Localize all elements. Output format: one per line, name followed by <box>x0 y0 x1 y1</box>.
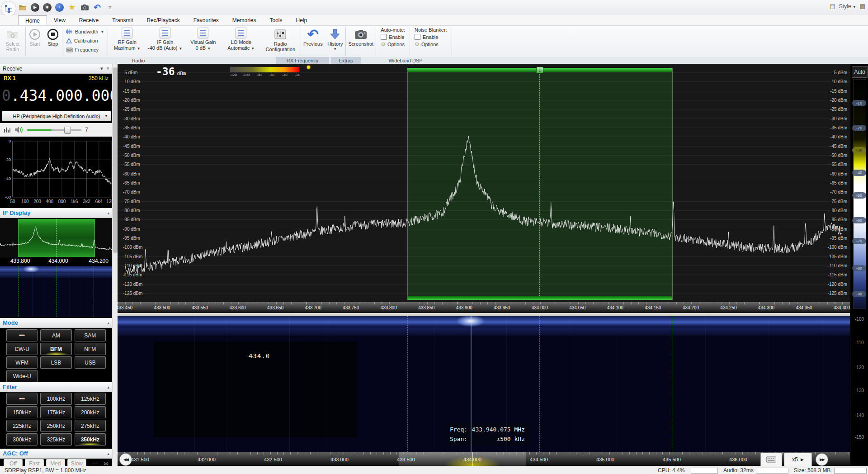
slider-handle[interactable] <box>64 127 71 134</box>
application-menu-button[interactable] <box>1 1 16 16</box>
menu-item-home[interactable]: Home <box>18 15 47 25</box>
filter-panel-header[interactable]: Filter▴ <box>0 382 112 392</box>
button-150khz[interactable]: 150kHz <box>6 406 38 418</box>
button-wfm[interactable]: WFM <box>6 356 38 369</box>
layout-icon[interactable]: ▤ <box>830 3 835 9</box>
menu-item-tools[interactable]: Tools <box>263 15 289 25</box>
auto-mute-options-button[interactable]: ⚙Options <box>381 41 405 47</box>
menu-item-view[interactable]: View <box>47 15 72 25</box>
agc-button-fast[interactable]: Fast <box>25 459 44 466</box>
audio-spectrum-graph[interactable]: 501002004008001k63k26k412k80-20-40-60 <box>0 137 112 204</box>
visual-gain-button[interactable]: Visual Gain 0 dB ▼ <box>184 26 222 57</box>
auto-scale-button[interactable]: Auto <box>852 66 868 78</box>
if-waterfall[interactable] <box>0 266 112 317</box>
button-200khz[interactable]: 200kHz <box>75 406 106 418</box>
undo-icon[interactable]: ↩ <box>92 459 99 466</box>
undo-icon[interactable]: ↶ <box>93 3 102 12</box>
zoom-factor-button[interactable]: x5▶ <box>784 453 812 466</box>
toolbar-dropdown-icon[interactable]: ▽ <box>105 3 114 12</box>
if-spectrum[interactable] <box>0 218 112 258</box>
menu-item-help[interactable]: Help <box>289 15 314 25</box>
mail-icon[interactable]: ✉ <box>104 460 108 466</box>
button-cwu[interactable]: CW-U <box>6 343 38 355</box>
collapse-icon[interactable]: ▾ <box>100 66 103 71</box>
rf-gain-button[interactable]: RF Gain Maximum ▼ <box>108 26 146 57</box>
record-stop-icon[interactable]: ■ <box>43 3 52 12</box>
button-300khz[interactable]: 300kHz <box>6 433 38 446</box>
close-icon[interactable]: × <box>107 66 109 71</box>
favourite-star-icon[interactable]: ★ <box>67 3 76 12</box>
button-lsb[interactable]: LSB <box>40 356 71 369</box>
screenshot-button[interactable]: Screenshot <box>346 26 376 57</box>
menu-item-receive[interactable]: Receive <box>72 15 105 25</box>
auto-mute-enable-checkbox[interactable]: Enable <box>381 34 405 40</box>
button-100khz[interactable]: 100kHz <box>40 393 71 405</box>
button-250khz[interactable]: 250kHz <box>40 420 71 432</box>
button-350khz[interactable]: 350kHz <box>75 433 106 446</box>
collapse-chevron-icon[interactable]: ▴ <box>107 451 109 456</box>
main-waterfall-display[interactable]: 434.0 – Freq:433.940.075 MHz Span:±500 k… <box>118 316 850 466</box>
agc-panel-header[interactable]: AGC: Off▴ <box>0 449 112 459</box>
memory-annotation-box[interactable]: 434.0 – <box>154 341 357 437</box>
history-button[interactable]: History ▼ <box>325 26 345 57</box>
button-usb[interactable]: USB <box>75 356 106 369</box>
volume-slider[interactable] <box>27 127 81 133</box>
waterfall-frequency-axis[interactable]: 431.500432.000432.500433.000433.500434.0… <box>118 452 850 466</box>
add-icon[interactable]: + <box>55 3 64 12</box>
spectrum-color-legend[interactable] <box>230 66 300 73</box>
button-175khz[interactable]: 175kHz <box>40 406 71 418</box>
button-[interactable]: ••• <box>6 393 38 405</box>
scroll-left-button[interactable]: ◀◀ <box>119 453 132 466</box>
agc-button-slow[interactable]: Slow <box>67 459 86 466</box>
agc-button-med[interactable]: Med <box>46 459 65 466</box>
button-wideu[interactable]: Wide-U <box>6 370 38 382</box>
menu-item-favourites[interactable]: Favourites <box>187 15 226 25</box>
menu-item-recplayback[interactable]: Rec/Playback <box>140 15 186 25</box>
main-spectrum-display[interactable]: 1 -36dBm -120-100-80-60-40-20 -5 dBm-10 … <box>118 64 850 313</box>
speaker-icon[interactable] <box>14 126 24 133</box>
camera-icon[interactable] <box>80 3 89 12</box>
collapse-chevron-icon[interactable]: ▴ <box>107 211 109 215</box>
collapse-chevron-icon[interactable]: ▴ <box>107 385 109 389</box>
scrollbar-thumb[interactable] <box>113 67 118 253</box>
button-275khz[interactable]: 275kHz <box>75 420 106 432</box>
spectrum-frequency-axis[interactable]: 433.450433.500433.550433.600433.650433.7… <box>118 302 850 313</box>
lo-mode-button[interactable]: LO Mode Automatic ▼ <box>222 26 260 57</box>
equalizer-icon[interactable] <box>4 126 11 133</box>
button-325khz[interactable]: 325kHz <box>40 433 71 446</box>
frequency-display[interactable]: 0.434.000.000 <box>0 83 112 108</box>
previous-frequency-button[interactable]: ↶ Previous <box>301 26 325 57</box>
if-gain-button[interactable]: IF Gain -40 dB (Auto) ▼ <box>146 26 184 57</box>
left-panel-scrollbar[interactable] <box>112 64 118 466</box>
open-folder-icon[interactable] <box>18 3 27 12</box>
agc-button-off[interactable]: Off <box>4 459 23 466</box>
button-125khz[interactable]: 125kHz <box>75 393 106 405</box>
collapse-chevron-icon[interactable]: ▴ <box>107 321 109 325</box>
radio-configuration-button[interactable]: Radio Configuration <box>260 26 301 57</box>
button-am[interactable]: AM <box>40 329 71 341</box>
button-[interactable]: ••• <box>6 329 38 341</box>
grid-icon[interactable]: ▦ <box>860 3 865 9</box>
menu-item-memories[interactable]: Memories <box>226 15 263 25</box>
bandwidth-button[interactable]: Bandwidth▼ <box>66 28 104 35</box>
button-sam[interactable]: SAM <box>75 329 106 341</box>
start-button[interactable]: Start <box>26 26 44 57</box>
menu-item-transmit[interactable]: Transmit <box>105 15 140 25</box>
if-display-header[interactable]: IF Display▴ <box>0 208 112 218</box>
keyboard-entry-button[interactable] <box>760 453 782 466</box>
svg-text:-20: -20 <box>5 157 11 162</box>
noise-blanker-options-button[interactable]: ⚙Options <box>415 41 447 47</box>
mode-panel-header[interactable]: Mode▴ <box>0 318 112 328</box>
select-radio-button[interactable]: Select Radio <box>0 26 25 57</box>
stop-button[interactable]: Stop <box>44 26 62 57</box>
calibration-button[interactable]: Calibration <box>66 37 104 44</box>
play-icon[interactable]: ▶ <box>31 3 39 12</box>
button-225khz[interactable]: 225kHz <box>6 420 38 432</box>
noise-blanker-enable-checkbox[interactable]: Enable <box>415 34 447 40</box>
button-bfm[interactable]: BFM <box>40 343 71 355</box>
scroll-right-button[interactable]: ▶▶ <box>816 453 828 466</box>
audio-device-dropdown[interactable]: HP (Périphérique High Definition Audio)▼ <box>2 111 111 121</box>
style-dropdown[interactable]: Style ▼ <box>839 3 856 9</box>
button-nfm[interactable]: NFM <box>75 343 106 355</box>
frequency-button[interactable]: Frequency <box>66 46 104 53</box>
